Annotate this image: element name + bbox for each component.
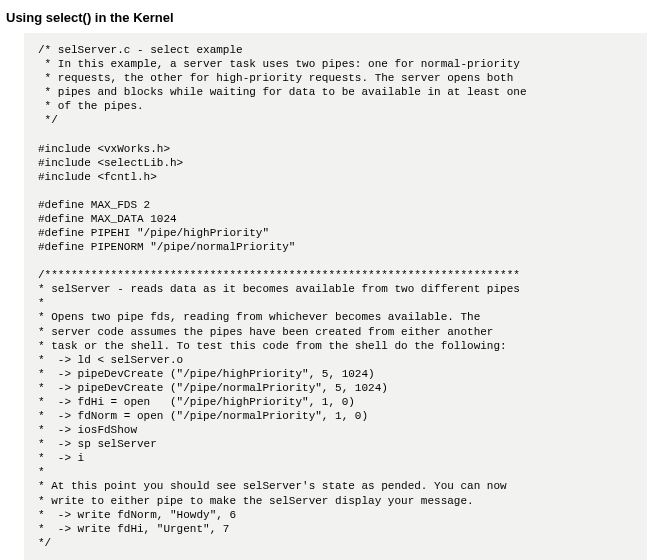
code-block: /* selServer.c - select example * In thi… bbox=[24, 33, 647, 560]
section-heading: Using select() in the Kernel bbox=[0, 0, 653, 33]
